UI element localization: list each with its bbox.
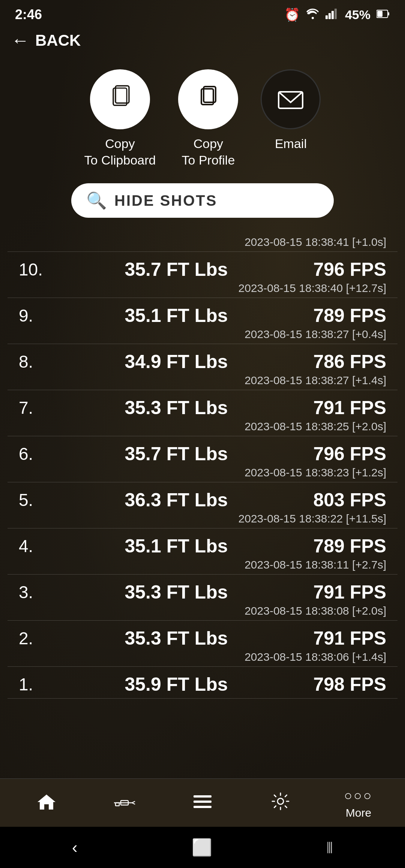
shot-row: 6. 35.7 FT Lbs 796 FPS 2023-08-15 18:38:… (8, 436, 398, 482)
copy-clipboard-icon-circle (90, 69, 150, 129)
shot-number: 2. (19, 628, 49, 648)
shot-row: 1. 35.9 FT Lbs 798 FPS (8, 667, 398, 699)
shot-timestamp: 2023-08-15 18:38:22 [+11.5s] (19, 512, 386, 525)
status-time: 2:46 (15, 7, 42, 22)
svg-rect-2 (332, 11, 334, 19)
search-icon: 🔍 (86, 191, 107, 210)
bottom-nav: ○○○ More (0, 778, 405, 827)
settings-icon (271, 792, 290, 816)
shot-energy: 35.9 FT Lbs (49, 673, 304, 695)
shot-fps: 791 FPS (304, 397, 386, 419)
svg-rect-1 (328, 13, 331, 19)
nav-settings[interactable] (258, 792, 303, 816)
more-label: More (346, 807, 371, 819)
back-label: BACK (35, 31, 81, 49)
shot-number: 8. (19, 352, 49, 372)
shot-timestamp: 2023-08-15 18:38:27 [+1.4s] (19, 374, 386, 387)
svg-point-23 (278, 798, 284, 804)
svg-rect-0 (326, 15, 328, 19)
shot-row: 10. 35.7 FT Lbs 796 FPS 2023-08-15 18:38… (8, 252, 398, 298)
email-button[interactable]: Email (261, 69, 321, 168)
shot-row: 3. 35.3 FT Lbs 791 FPS 2023-08-15 18:38:… (8, 575, 398, 621)
home-icon (37, 792, 56, 815)
shot-number: 10. (19, 259, 49, 280)
shot-row: 5. 36.3 FT Lbs 803 FPS 2023-08-15 18:38:… (8, 482, 398, 528)
svg-rect-22 (194, 806, 212, 808)
action-buttons-row: CopyTo Clipboard CopyTo Profile Email (0, 58, 405, 183)
shot-fps: 791 FPS (304, 627, 386, 649)
nav-rifle[interactable] (102, 792, 147, 815)
shot-timestamp: 2023-08-15 18:38:23 [+1.2s] (19, 466, 386, 479)
shot-timestamp: 2023-08-15 18:38:06 [+1.4s] (19, 651, 386, 663)
header-timestamp: 2023-08-15 18:38:41 [+1.0s] (8, 233, 398, 252)
shot-energy: 34.9 FT Lbs (49, 351, 304, 373)
svg-rect-21 (194, 801, 212, 803)
shot-number: 4. (19, 536, 49, 556)
sys-back-button[interactable]: ‹ (72, 838, 78, 857)
top-nav: ← BACK (0, 26, 405, 58)
alarm-icon: ⏰ (284, 7, 300, 22)
shot-fps: 796 FPS (304, 259, 386, 280)
copy-profile-label: CopyTo Profile (182, 135, 235, 168)
email-icon-circle (261, 69, 321, 129)
shot-row: 8. 34.9 FT Lbs 786 FPS 2023-08-15 18:38:… (8, 344, 398, 390)
shot-row: 9. 35.1 FT Lbs 789 FPS 2023-08-15 18:38:… (8, 298, 398, 344)
back-arrow-icon: ← (11, 30, 29, 51)
nav-more[interactable]: ○○○ More (336, 788, 381, 819)
shot-timestamp: 2023-08-15 18:38:25 [+2.0s] (19, 420, 386, 433)
more-icon: ○○○ (344, 788, 373, 804)
shot-row: 4. 35.1 FT Lbs 789 FPS 2023-08-15 18:38:… (8, 528, 398, 575)
shot-timestamp: 2023-08-15 18:38:11 [+2.7s] (19, 558, 386, 571)
shot-energy: 35.3 FT Lbs (49, 397, 304, 419)
copy-profile-button[interactable]: CopyTo Profile (178, 69, 238, 168)
battery-icon (376, 7, 390, 22)
system-nav: ‹ ⬜ ⦀ (0, 827, 405, 868)
sys-recents-button[interactable]: ⦀ (326, 838, 333, 857)
sys-home-button[interactable]: ⬜ (192, 838, 212, 857)
shot-fps: 798 FPS (304, 673, 386, 695)
shot-energy: 35.3 FT Lbs (49, 627, 304, 649)
svg-rect-20 (194, 795, 212, 798)
status-icons: ⏰ 45% (284, 7, 390, 22)
back-button[interactable]: ← BACK (11, 30, 81, 51)
svg-rect-3 (334, 9, 337, 19)
status-bar: 2:46 ⏰ 45% (0, 0, 405, 26)
list-icon (194, 792, 212, 815)
shot-number: 3. (19, 582, 49, 602)
nav-list[interactable] (180, 792, 225, 815)
email-label: Email (275, 135, 307, 152)
shots-list: 2023-08-15 18:38:41 [+1.0s] 10. 35.7 FT … (0, 233, 405, 778)
shot-fps: 789 FPS (304, 535, 386, 557)
shot-number: 5. (19, 490, 49, 510)
shot-row: 2. 35.3 FT Lbs 791 FPS 2023-08-15 18:38:… (8, 621, 398, 667)
wifi-icon (306, 7, 320, 22)
svg-rect-5 (388, 12, 389, 15)
signal-icon (326, 7, 339, 22)
shot-energy: 35.1 FT Lbs (49, 535, 304, 557)
svg-marker-14 (38, 795, 56, 810)
shot-fps: 786 FPS (304, 351, 386, 373)
shot-fps: 803 FPS (304, 489, 386, 511)
svg-line-18 (132, 803, 135, 804)
shot-timestamp: 2023-08-15 18:38:27 [+0.4s] (19, 328, 386, 341)
shot-energy: 35.3 FT Lbs (49, 581, 304, 603)
rifle-icon (113, 792, 136, 815)
hide-shots-bar[interactable]: 🔍 HIDE SHOTS (71, 183, 334, 218)
shot-number: 1. (19, 674, 49, 694)
shot-fps: 791 FPS (304, 581, 386, 603)
svg-rect-19 (116, 803, 119, 806)
shot-fps: 789 FPS (304, 305, 386, 326)
copy-clipboard-label: CopyTo Clipboard (84, 135, 156, 168)
copy-profile-icon-circle (178, 69, 238, 129)
copy-clipboard-button[interactable]: CopyTo Clipboard (84, 69, 156, 168)
shot-energy: 36.3 FT Lbs (49, 489, 304, 511)
shot-timestamp: 2023-08-15 18:38:08 [+2.0s] (19, 605, 386, 617)
shot-energy: 35.7 FT Lbs (49, 259, 304, 280)
shot-number: 6. (19, 444, 49, 464)
svg-rect-6 (377, 11, 382, 17)
hide-shots-label: HIDE SHOTS (114, 192, 217, 209)
nav-home[interactable] (24, 792, 69, 815)
shot-energy: 35.7 FT Lbs (49, 443, 304, 465)
shot-row: 7. 35.3 FT Lbs 791 FPS 2023-08-15 18:38:… (8, 390, 398, 436)
shot-number: 7. (19, 398, 49, 418)
